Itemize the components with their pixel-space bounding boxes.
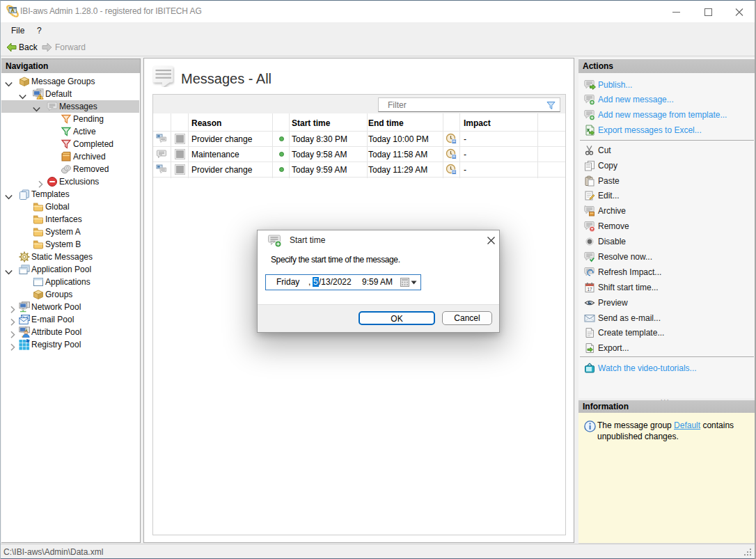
svg-text:17: 17: [587, 287, 592, 292]
